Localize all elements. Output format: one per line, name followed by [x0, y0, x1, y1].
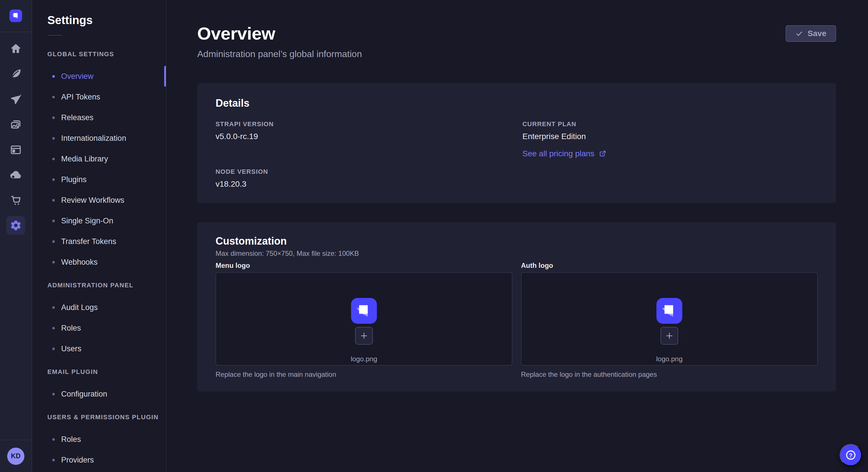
settings-nav-item[interactable]: [0, 213, 32, 238]
bullet-icon: [52, 327, 55, 330]
sidebar-item-review-workflows[interactable]: Review Workflows: [32, 190, 166, 210]
bullet-icon: [52, 438, 55, 441]
bullet-icon: [52, 306, 55, 309]
sidebar-item-label: Review Workflows: [61, 196, 124, 205]
sidebar-item-admin-roles[interactable]: Roles: [32, 318, 166, 338]
sidebar-item-api-tokens[interactable]: API Tokens: [32, 87, 166, 107]
sidebar-item-label: Overview: [61, 72, 94, 81]
help-button[interactable]: ?: [840, 444, 862, 466]
bullet-icon: [52, 220, 55, 222]
customization-card-title: Customization: [216, 235, 818, 247]
sidebar-item-email-configuration[interactable]: Configuration: [32, 384, 166, 404]
sidebar-item-label: Users: [61, 344, 82, 353]
circled-question-icon: ?: [845, 449, 857, 461]
bullet-icon: [52, 158, 55, 160]
sidebar-item-label: Media Library: [61, 155, 108, 164]
logo-filename: logo.png: [351, 355, 377, 363]
field-node-version: Node version v18.20.3: [216, 168, 511, 189]
details-card: Details Strapi version v5.0.0-rc.19 Curr…: [197, 83, 836, 203]
nav-icon-list: [0, 36, 32, 238]
bullet-icon: [52, 347, 55, 350]
save-button[interactable]: Save: [786, 25, 836, 42]
field-label: Current plan: [522, 121, 818, 128]
sidebar-item-up-providers[interactable]: Providers: [32, 450, 166, 470]
sidebar-item-label: Providers: [61, 456, 94, 465]
sidebar-item-up-roles[interactable]: Roles: [32, 429, 166, 450]
field-value: Enterprise Edition: [522, 131, 818, 142]
strapi-logo-icon[interactable]: [9, 9, 22, 22]
bullet-icon: [52, 137, 55, 140]
add-logo-button[interactable]: [660, 327, 678, 345]
cart-icon[interactable]: [0, 188, 32, 213]
sidebar-item-label: API Tokens: [61, 93, 100, 102]
sidebar-item-label: Transfer Tokens: [61, 237, 116, 246]
sidebar-item-label: Single Sign-On: [61, 216, 113, 225]
sidebar-item-label: Webhooks: [61, 258, 98, 267]
main-content: Overview Administration panel’s global i…: [166, 0, 868, 392]
sidebar-item-audit-logs[interactable]: Audit Logs: [32, 297, 166, 318]
bullet-icon: [52, 459, 55, 461]
main-nav-rail: KD: [0, 0, 32, 472]
logo-filename: logo.png: [656, 355, 683, 363]
auth-logo-caption: Replace the logo in the authentication p…: [521, 370, 818, 379]
sidebar-item-label: Roles: [61, 324, 81, 333]
save-button-label: Save: [808, 29, 826, 38]
sidebar-item-single-sign-on[interactable]: Single Sign-On: [32, 210, 166, 231]
home-icon[interactable]: [0, 36, 32, 61]
sidebar-item-media-library[interactable]: Media Library: [32, 148, 166, 169]
pricing-plans-link[interactable]: See all pricing plans: [522, 148, 607, 159]
menu-logo-caption: Replace the logo in the main navigation: [216, 370, 513, 379]
sidebar-item-label: Audit Logs: [61, 303, 98, 312]
subnav-title: Settings: [48, 14, 166, 26]
sidebar-item-label: Releases: [61, 113, 94, 122]
customization-card: Customization Max dimension: 750×750, Ma…: [197, 222, 836, 392]
subnav-divider: [48, 35, 62, 36]
bullet-icon: [52, 178, 55, 181]
avatar[interactable]: KD: [7, 448, 24, 465]
logo-uploads-grid: Menu logo logo.png Replace the logo in t…: [216, 261, 818, 379]
active-item-indicator: [164, 66, 166, 87]
sidebar-item-plugins[interactable]: Plugins: [32, 169, 166, 190]
sidebar-item-overview[interactable]: Overview: [32, 66, 166, 87]
sidebar-item-transfer-tokens[interactable]: Transfer Tokens: [32, 231, 166, 252]
paper-plane-icon[interactable]: [0, 87, 32, 112]
field-value: v5.0.0-rc.19: [216, 131, 511, 142]
sidebar-item-label: Plugins: [61, 175, 87, 184]
auth-logo-label: Auth logo: [521, 261, 818, 270]
bullet-icon: [52, 261, 55, 264]
strapi-logo-preview: [351, 298, 377, 324]
sidebar-item-internationalization[interactable]: Internationalization: [32, 128, 166, 148]
feather-icon[interactable]: [0, 61, 32, 87]
page-header: Overview Administration panel’s global i…: [197, 0, 836, 60]
details-fields-grid: Strapi version v5.0.0-rc.19 Current plan…: [216, 121, 818, 189]
external-link-icon: [598, 150, 607, 158]
sidebar-item-webhooks[interactable]: Webhooks: [32, 252, 166, 272]
svg-text:?: ?: [849, 452, 852, 458]
bullet-icon: [52, 199, 55, 202]
field-label: Node version: [216, 168, 511, 175]
field-strapi-version: Strapi version v5.0.0-rc.19: [216, 121, 511, 159]
add-logo-button[interactable]: [355, 327, 373, 345]
bullet-icon: [52, 240, 55, 243]
field-current-plan: Current plan Enterprise Edition See all …: [522, 121, 818, 159]
cloud-icon[interactable]: [0, 162, 32, 188]
layout-icon[interactable]: [0, 137, 32, 162]
menu-logo-label: Menu logo: [216, 261, 513, 270]
section-header-email-plugin: Email Plugin: [48, 368, 166, 376]
menu-logo-dropzone[interactable]: logo.png: [216, 272, 513, 366]
details-card-title: Details: [216, 97, 818, 109]
sidebar-item-admin-users[interactable]: Users: [32, 338, 166, 359]
page-header-titles: Overview Administration panel’s global i…: [197, 0, 362, 60]
avatar-section: KD: [0, 440, 32, 472]
sidebar-item-label: Internationalization: [61, 134, 126, 143]
sidebar-item-releases[interactable]: Releases: [32, 107, 166, 128]
media-library-icon[interactable]: [0, 112, 32, 137]
bullet-icon: [52, 96, 55, 98]
sidebar-item-label: Configuration: [61, 390, 107, 399]
section-header-global-settings: Global Settings: [48, 50, 166, 58]
settings-subnav: Settings Global Settings Overview API To…: [32, 0, 166, 472]
bullet-icon: [52, 393, 55, 396]
plus-icon: [360, 332, 368, 340]
check-icon: [795, 30, 803, 38]
auth-logo-dropzone[interactable]: logo.png: [521, 272, 818, 366]
